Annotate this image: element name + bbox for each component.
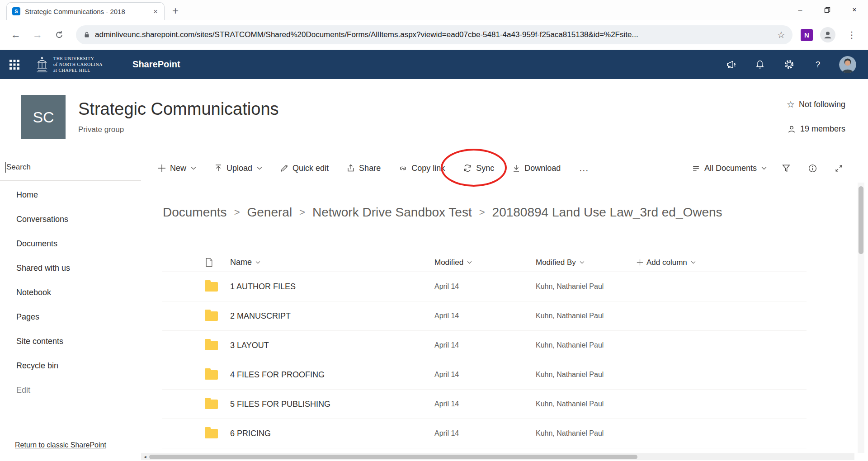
modified-by-cell: Kuhn, Nathaniel Paul bbox=[536, 371, 637, 379]
sidebar-item-recycle-bin[interactable]: Recycle bin bbox=[0, 353, 141, 378]
new-tab-button[interactable]: + bbox=[168, 4, 183, 18]
sharepoint-brand[interactable]: SharePoint bbox=[132, 59, 180, 70]
modified-by-cell: Kuhn, Nathaniel Paul bbox=[536, 312, 637, 320]
table-row[interactable]: 3 LAYOUT April 14 Kuhn, Nathaniel Paul bbox=[162, 331, 807, 360]
browser-menu-icon[interactable]: ⋮ bbox=[843, 29, 861, 40]
column-header-name[interactable]: Name bbox=[230, 258, 260, 267]
follow-members-box: ☆ Not following 19 members bbox=[787, 99, 845, 134]
view-selector-all-documents[interactable]: All Documents bbox=[692, 164, 767, 173]
folder-name-link[interactable]: 2 MANUSCRIPT bbox=[230, 311, 434, 321]
https-lock-icon bbox=[83, 31, 90, 38]
folder-name-link[interactable]: 4 FILES FOR PROOFING bbox=[230, 370, 434, 380]
sidebar: Home Conversations Documents Shared with… bbox=[0, 154, 141, 461]
link-icon bbox=[399, 164, 407, 173]
info-icon[interactable] bbox=[806, 161, 819, 175]
sidebar-item-home[interactable]: Home bbox=[0, 183, 141, 207]
site-logo-tile[interactable]: SC bbox=[21, 95, 66, 139]
filter-funnel-icon[interactable] bbox=[779, 161, 793, 175]
folder-name-link[interactable]: 6 PRICING bbox=[230, 429, 434, 438]
help-icon[interactable]: ? bbox=[810, 57, 826, 72]
horizontal-scrollbar-thumb[interactable] bbox=[149, 455, 637, 459]
forward-button[interactable]: → bbox=[29, 26, 46, 43]
sidebar-item-notebook[interactable]: Notebook bbox=[0, 280, 141, 305]
folder-name-link[interactable]: 1 AUTHOR FILES bbox=[230, 282, 434, 292]
sidebar-item-shared-with-us[interactable]: Shared with us bbox=[0, 256, 141, 280]
sidebar-item-site-contents[interactable]: Site contents bbox=[0, 329, 141, 353]
view-list-icon bbox=[692, 164, 700, 173]
overflow-menu-button[interactable]: … bbox=[579, 162, 590, 174]
suite-bar-actions: ? bbox=[723, 56, 856, 73]
window-close-button[interactable]: × bbox=[841, 0, 868, 20]
share-button[interactable]: Share bbox=[347, 164, 381, 173]
notifications-bell-icon[interactable] bbox=[752, 57, 768, 72]
table-row[interactable]: 6 PRICING April 14 Kuhn, Nathaniel Paul bbox=[162, 419, 807, 448]
sync-button[interactable]: Sync bbox=[463, 164, 494, 173]
site-title: Strategic Communications bbox=[78, 99, 279, 119]
browser-url-row: ← → adminliveunc.sharepoint.com/sites/ST… bbox=[0, 20, 868, 50]
chevron-down-icon bbox=[257, 166, 262, 170]
browser-tab[interactable]: S Strategic Communications - 2018 × bbox=[6, 2, 165, 20]
address-bar[interactable]: adminliveunc.sharepoint.com/sites/STRATC… bbox=[76, 25, 793, 44]
copy-link-button[interactable]: Copy link bbox=[399, 164, 445, 173]
members-button[interactable]: 19 members bbox=[787, 124, 845, 134]
unc-logo[interactable]: THE UNIVERSITY of NORTH CAROLINA at CHAP… bbox=[35, 56, 103, 73]
sidebar-item-edit[interactable]: Edit bbox=[0, 378, 141, 402]
window-minimize-button[interactable]: – bbox=[787, 0, 814, 20]
old-well-icon bbox=[35, 56, 49, 73]
column-header-modified[interactable]: Modified bbox=[434, 258, 472, 267]
back-button[interactable]: ← bbox=[7, 26, 24, 43]
follow-button[interactable]: ☆ Not following bbox=[787, 99, 845, 110]
chevron-down-icon bbox=[761, 166, 767, 170]
account-avatar[interactable] bbox=[839, 56, 856, 73]
browser-tab-strip: S Strategic Communications - 2018 × + – … bbox=[0, 0, 868, 20]
breadcrumb-general[interactable]: General bbox=[247, 205, 292, 220]
folder-icon bbox=[205, 341, 218, 350]
return-to-classic-link[interactable]: Return to classic SharePoint bbox=[15, 441, 106, 449]
sidebar-item-documents[interactable]: Documents bbox=[0, 231, 141, 256]
chevron-down-icon bbox=[580, 261, 585, 264]
announcement-megaphone-icon[interactable] bbox=[723, 57, 739, 72]
quick-edit-button[interactable]: Quick edit bbox=[280, 164, 329, 173]
download-button[interactable]: Download bbox=[512, 164, 561, 173]
chevron-down-icon bbox=[467, 261, 472, 264]
vertical-scrollbar-thumb[interactable] bbox=[859, 186, 863, 254]
settings-gear-icon[interactable] bbox=[781, 57, 797, 72]
folder-icon bbox=[205, 370, 218, 380]
window-controls: – × bbox=[787, 0, 868, 20]
column-header-modified-by[interactable]: Modified By bbox=[536, 258, 585, 267]
app-launcher-waffle-icon[interactable] bbox=[0, 50, 29, 79]
horizontal-scrollbar[interactable]: ◄ bbox=[141, 453, 854, 460]
scroll-left-arrow-icon[interactable]: ◄ bbox=[141, 455, 149, 459]
window-restore-button[interactable] bbox=[814, 0, 841, 20]
folder-name-link[interactable]: 3 LAYOUT bbox=[230, 341, 434, 350]
sidebar-item-pages[interactable]: Pages bbox=[0, 305, 141, 329]
upload-button[interactable]: Upload bbox=[214, 164, 262, 173]
breadcrumb-current-folder[interactable]: 20180894 Land Use Law_3rd ed_Owens bbox=[492, 205, 722, 220]
documents-table: Name Modified Modified By bbox=[162, 253, 807, 448]
plus-icon bbox=[158, 164, 166, 172]
url-text[interactable]: adminliveunc.sharepoint.com/sites/STRATC… bbox=[95, 30, 773, 39]
bookmark-star-icon[interactable]: ☆ bbox=[777, 29, 785, 40]
breadcrumb-network-drive-sandbox-test[interactable]: Network Drive Sandbox Test bbox=[312, 205, 472, 220]
breadcrumb-documents[interactable]: Documents bbox=[163, 205, 227, 220]
expand-diagonal-icon[interactable] bbox=[832, 161, 845, 175]
browser-profile-icon[interactable] bbox=[820, 27, 835, 42]
command-bar: New Upload Quick edit bbox=[141, 154, 868, 183]
sidebar-item-conversations[interactable]: Conversations bbox=[0, 207, 141, 231]
tab-close-icon[interactable]: × bbox=[152, 8, 159, 15]
new-button[interactable]: New bbox=[158, 164, 196, 173]
vertical-scrollbar[interactable] bbox=[858, 183, 864, 453]
onenote-extension-icon[interactable]: N bbox=[801, 29, 813, 41]
add-column-button[interactable]: Add column bbox=[637, 258, 696, 267]
breadcrumb-separator: > bbox=[479, 207, 485, 218]
search-input[interactable] bbox=[6, 163, 119, 172]
sharepoint-favicon-icon: S bbox=[12, 7, 20, 15]
table-row[interactable]: 5 FILES FOR PUBLISHING April 14 Kuhn, Na… bbox=[162, 390, 807, 419]
folder-icon bbox=[205, 429, 218, 438]
table-row[interactable]: 2 MANUSCRIPT April 14 Kuhn, Nathaniel Pa… bbox=[162, 301, 807, 331]
sidebar-nav: Home Conversations Documents Shared with… bbox=[0, 181, 141, 402]
reload-button[interactable] bbox=[51, 26, 68, 43]
table-row[interactable]: 4 FILES FOR PROOFING April 14 Kuhn, Nath… bbox=[162, 360, 807, 390]
table-row[interactable]: 1 AUTHOR FILES April 14 Kuhn, Nathaniel … bbox=[162, 272, 807, 301]
folder-name-link[interactable]: 5 FILES FOR PUBLISHING bbox=[230, 400, 434, 409]
